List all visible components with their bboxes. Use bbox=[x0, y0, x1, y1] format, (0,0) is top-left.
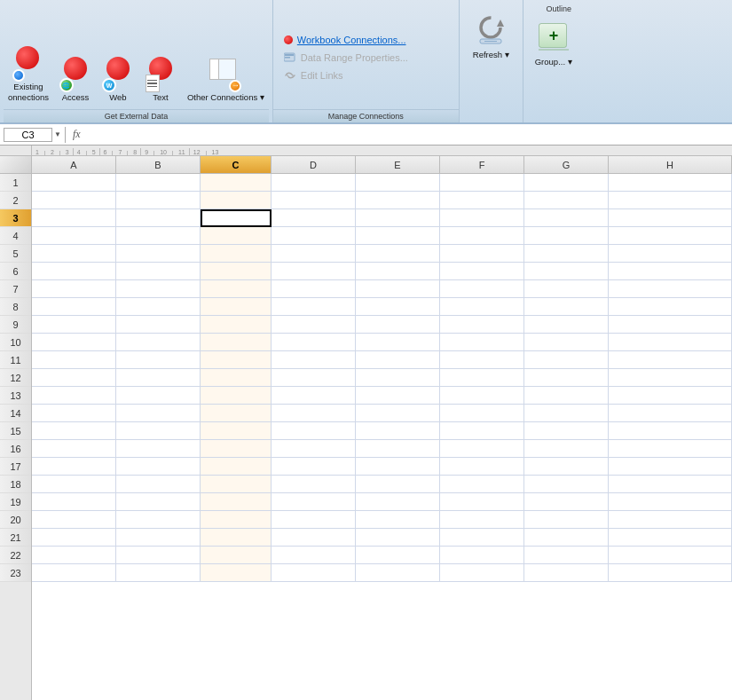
grid-cell[interactable] bbox=[609, 476, 732, 493]
grid-cell[interactable] bbox=[440, 227, 524, 245]
grid-cell[interactable] bbox=[609, 280, 732, 298]
grid-cell[interactable] bbox=[32, 440, 116, 458]
grid-cell[interactable] bbox=[272, 369, 356, 387]
grid-cell[interactable] bbox=[272, 316, 356, 334]
grid-cell[interactable] bbox=[116, 458, 201, 476]
grid-cell[interactable] bbox=[272, 192, 356, 209]
grid-cell[interactable] bbox=[609, 369, 732, 387]
grid-cell[interactable] bbox=[201, 493, 272, 511]
grid-cell[interactable] bbox=[609, 263, 732, 280]
grid-cell[interactable] bbox=[272, 209, 356, 227]
grid-cell[interactable] bbox=[440, 440, 524, 458]
row-num-21[interactable]: 21 bbox=[0, 529, 31, 547]
grid-cell[interactable] bbox=[609, 440, 732, 458]
grid-cell[interactable] bbox=[201, 227, 272, 245]
grid-cell[interactable] bbox=[356, 209, 440, 227]
grid-cell[interactable] bbox=[609, 351, 732, 369]
grid-cell[interactable] bbox=[524, 351, 609, 369]
grid-cell[interactable] bbox=[201, 192, 272, 209]
grid-cell[interactable] bbox=[356, 174, 440, 192]
col-header-E[interactable]: E bbox=[356, 156, 440, 174]
grid-cell[interactable] bbox=[609, 547, 732, 564]
grid-cell[interactable] bbox=[524, 192, 609, 209]
grid-cell[interactable] bbox=[524, 422, 609, 440]
grid-cell[interactable] bbox=[272, 564, 356, 582]
grid-cell[interactable] bbox=[116, 280, 201, 298]
col-header-F[interactable]: F bbox=[440, 156, 524, 174]
col-header-D[interactable]: D bbox=[272, 156, 356, 174]
grid-cell[interactable] bbox=[356, 458, 440, 476]
grid-cell[interactable] bbox=[32, 547, 116, 564]
grid-cell[interactable] bbox=[32, 334, 116, 351]
grid-cell[interactable] bbox=[440, 493, 524, 511]
grid-cell[interactable] bbox=[440, 334, 524, 351]
grid-cell[interactable] bbox=[272, 174, 356, 192]
grid-cell[interactable] bbox=[272, 493, 356, 511]
grid-cell[interactable] bbox=[272, 547, 356, 564]
grid-cell[interactable] bbox=[356, 192, 440, 209]
grid-cell[interactable] bbox=[356, 351, 440, 369]
data-range-properties-button[interactable]: Data Range Properties... bbox=[282, 51, 450, 64]
web-button[interactable]: W Web bbox=[98, 53, 138, 106]
grid-cell[interactable] bbox=[201, 387, 272, 405]
grid-cell[interactable] bbox=[32, 387, 116, 405]
grid-cell[interactable] bbox=[609, 227, 732, 245]
grid-cell[interactable] bbox=[524, 316, 609, 334]
grid-cell[interactable] bbox=[440, 245, 524, 263]
formula-input[interactable] bbox=[88, 130, 728, 140]
grid-cell[interactable] bbox=[524, 511, 609, 529]
col-header-C[interactable]: C bbox=[201, 156, 272, 174]
grid-cell[interactable] bbox=[356, 316, 440, 334]
grid-cell[interactable] bbox=[356, 245, 440, 263]
grid-cell[interactable] bbox=[440, 511, 524, 529]
grid-cell[interactable] bbox=[524, 263, 609, 280]
grid-cell[interactable] bbox=[524, 369, 609, 387]
grid-cell[interactable] bbox=[356, 387, 440, 405]
grid-cell[interactable] bbox=[272, 476, 356, 493]
grid-cell[interactable] bbox=[356, 369, 440, 387]
grid-cell[interactable] bbox=[524, 458, 609, 476]
grid-cell[interactable] bbox=[356, 564, 440, 582]
grid-cell[interactable] bbox=[609, 387, 732, 405]
row-num-1[interactable]: 1 bbox=[0, 174, 31, 192]
grid-cell[interactable] bbox=[201, 174, 272, 192]
grid-cell[interactable] bbox=[116, 529, 201, 547]
grid-cell[interactable] bbox=[524, 280, 609, 298]
grid-cell[interactable] bbox=[32, 298, 116, 316]
grid-cell[interactable] bbox=[440, 351, 524, 369]
grid-cell[interactable] bbox=[440, 369, 524, 387]
grid-cell[interactable] bbox=[356, 493, 440, 511]
grid-cell[interactable] bbox=[201, 369, 272, 387]
cell-reference-input[interactable]: C3 bbox=[4, 128, 52, 142]
col-header-G[interactable]: G bbox=[524, 156, 609, 174]
row-num-23[interactable]: 23 bbox=[0, 564, 31, 582]
col-header-B[interactable]: B bbox=[116, 156, 201, 174]
grid-cell[interactable] bbox=[201, 245, 272, 263]
grid-cell[interactable] bbox=[609, 192, 732, 209]
row-num-18[interactable]: 18 bbox=[0, 476, 31, 493]
grid-cell[interactable] bbox=[272, 387, 356, 405]
grid-cell[interactable] bbox=[272, 422, 356, 440]
row-num-5[interactable]: 5 bbox=[0, 245, 31, 263]
row-num-15[interactable]: 15 bbox=[0, 422, 31, 440]
grid-cell[interactable] bbox=[32, 316, 116, 334]
edit-links-button[interactable]: Edit Links bbox=[282, 69, 450, 82]
grid-cell[interactable] bbox=[272, 334, 356, 351]
grid-cell[interactable] bbox=[272, 351, 356, 369]
grid-cell[interactable] bbox=[524, 440, 609, 458]
grid-cell[interactable] bbox=[201, 405, 272, 422]
grid-cell[interactable] bbox=[201, 209, 272, 227]
grid-cell[interactable] bbox=[356, 227, 440, 245]
grid-cell[interactable] bbox=[524, 387, 609, 405]
refresh-button[interactable]: Refresh ▾ bbox=[467, 7, 516, 63]
col-header-A[interactable]: A bbox=[32, 156, 116, 174]
grid-cell[interactable] bbox=[201, 529, 272, 547]
grid-cell[interactable] bbox=[32, 174, 116, 192]
row-num-20[interactable]: 20 bbox=[0, 511, 31, 529]
grid-cell[interactable] bbox=[116, 351, 201, 369]
grid-cell[interactable] bbox=[440, 529, 524, 547]
grid-cell[interactable] bbox=[32, 209, 116, 227]
grid-cell[interactable] bbox=[32, 245, 116, 263]
grid-cell[interactable] bbox=[356, 298, 440, 316]
grid-cell[interactable] bbox=[609, 529, 732, 547]
